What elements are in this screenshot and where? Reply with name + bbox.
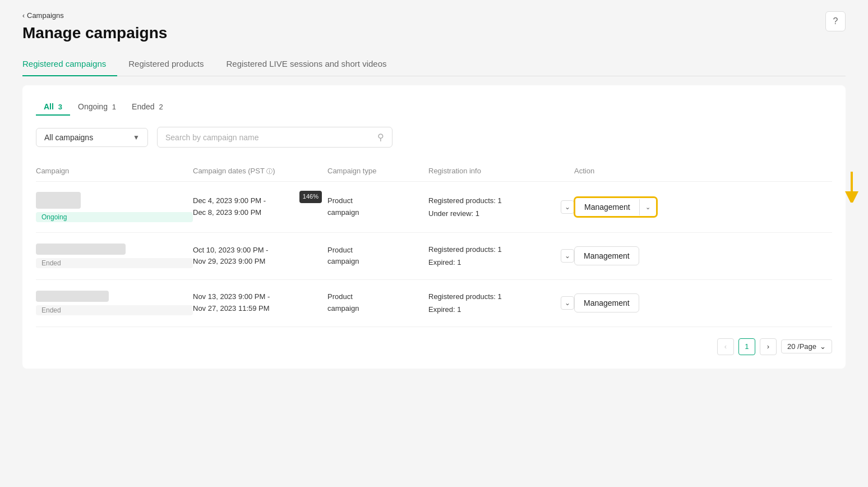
back-label: Campaigns [27, 11, 64, 20]
page-container: ? ‹ Campaigns Manage campaigns Registere… [0, 0, 868, 487]
percentage-badge-1: 146% [299, 191, 322, 203]
per-page-arrow-icon: ⌄ [820, 342, 826, 351]
col-header-campaign: Campaign [36, 167, 193, 176]
status-badge-ended-2: Ended [36, 258, 193, 268]
campaign-cell-3: Ended [36, 291, 193, 315]
search-icon: ⚲ [377, 132, 384, 143]
date-range-1: Dec 4, 2023 9:00 PM -Dec 8, 2023 9:00 PM [193, 196, 266, 217]
campaign-thumbnail-1 [36, 192, 81, 209]
tab-registered-campaigns[interactable]: Registered campaigns [22, 53, 117, 76]
campaign-cell-2: Ended [36, 244, 193, 268]
registered-products-1: Registered products: 1 [428, 194, 554, 207]
date-cell-2: Oct 10, 2023 9:00 PM -Nov 29, 2023 9:00 … [193, 245, 327, 268]
pagination: ‹ 1 › 20 /Page ⌄ [36, 338, 832, 355]
search-input[interactable] [165, 133, 373, 142]
col-header-dates: Campaign dates (PST ⓘ) [193, 167, 327, 176]
campaign-thumbnail-2 [36, 244, 126, 255]
status-badge-ongoing-1: Ongoing [36, 212, 193, 222]
reg-info-text-3: Registered products: 1 Expired: 1 [428, 290, 554, 316]
table-row: Ongoing Dec 4, 2023 9:00 PM -Dec 8, 2023… [36, 182, 832, 233]
dropdown-arrow-icon: ▼ [133, 134, 140, 141]
type-cell-3: Productcampaign [327, 291, 428, 315]
campaign-type-value: All campaigns [44, 133, 93, 142]
reg-info-text-1: Registered products: 1 Under review: 1 [428, 194, 554, 220]
campaign-thumbnail-3 [36, 291, 109, 302]
table-header: Campaign Campaign dates (PST ⓘ) Campaign… [36, 161, 832, 182]
registration-detail-3: Expired: 1 [428, 303, 554, 316]
type-cell-1: Productcampaign [327, 195, 428, 219]
management-button-1[interactable]: Management ⌄ [574, 197, 657, 217]
expand-button-1[interactable]: ⌄ [561, 200, 574, 214]
sub-tab-all-count: 3 [58, 103, 62, 111]
tab-registered-live[interactable]: Registered LIVE sessions and short video… [215, 53, 398, 76]
type-cell-2: Productcampaign [327, 245, 428, 268]
prev-page-button[interactable]: ‹ [717, 338, 734, 355]
registration-detail-1: Under review: 1 [428, 207, 554, 220]
reg-info-cell-1: Registered products: 1 Under review: 1 ⌄ [428, 194, 574, 220]
sub-tab-ongoing-count: 1 [112, 103, 116, 111]
col-header-action: Action [574, 167, 832, 176]
help-button[interactable]: ? [825, 11, 846, 31]
campaign-cell-1: Ongoing [36, 192, 193, 222]
status-badge-ended-3: Ended [36, 305, 193, 315]
management-btn-label-3: Management [575, 294, 639, 312]
back-link[interactable]: ‹ Campaigns [22, 11, 846, 20]
sub-tab-all[interactable]: All 3 [36, 99, 70, 116]
filter-row: All campaigns ▼ ⚲ [36, 127, 832, 148]
management-button-2[interactable]: Management [574, 246, 639, 265]
registered-products-2: Registered products: 1 [428, 243, 554, 256]
management-btn-label-1: Management [575, 198, 639, 216]
date-cell-3: Nov 13, 2023 9:00 PM -Nov 27, 2023 11:59… [193, 291, 327, 315]
management-button-3[interactable]: Management [574, 293, 639, 313]
action-cell-3: Management [574, 293, 832, 313]
sub-tab-ended[interactable]: Ended 2 [124, 99, 171, 116]
page-title: Manage campaigns [22, 24, 846, 42]
search-box: ⚲ [157, 127, 393, 148]
per-page-dropdown[interactable]: 20 /Page ⌄ [781, 339, 832, 353]
registration-detail-2: Expired: 1 [428, 256, 554, 269]
sub-tab-all-label: All [44, 102, 54, 111]
action-cell-2: Management [574, 246, 832, 265]
reg-info-cell-3: Registered products: 1 Expired: 1 ⌄ [428, 290, 574, 316]
help-icon: ? [833, 16, 838, 26]
registered-products-3: Registered products: 1 [428, 290, 554, 303]
main-tabs-nav: Registered campaigns Registered products… [22, 53, 846, 76]
arrow-indicator [838, 169, 866, 204]
table-row: Ended Oct 10, 2023 9:00 PM -Nov 29, 2023… [36, 233, 832, 280]
reg-info-cell-2: Registered products: 1 Expired: 1 ⌄ [428, 243, 574, 269]
content-card: All 3 Ongoing 1 Ended 2 All campaigns ▼ … [22, 85, 846, 369]
sub-tab-ongoing[interactable]: Ongoing 1 [70, 99, 124, 116]
sub-tabs: All 3 Ongoing 1 Ended 2 [36, 99, 832, 116]
next-page-button[interactable]: › [760, 338, 777, 355]
col-header-reg-info: Registration info [428, 167, 574, 176]
management-btn-arrow-1[interactable]: ⌄ [639, 199, 656, 215]
date-range-2: Oct 10, 2023 9:00 PM -Nov 29, 2023 9:00 … [193, 246, 268, 266]
sub-tab-ongoing-label: Ongoing [78, 102, 108, 111]
management-btn-label-2: Management [575, 247, 639, 265]
action-cell-1: Management ⌄ [574, 197, 832, 217]
col-header-type: Campaign type [327, 167, 428, 176]
tab-registered-products[interactable]: Registered products [117, 53, 215, 76]
sub-tab-ended-count: 2 [159, 103, 163, 111]
back-chevron-icon: ‹ [22, 12, 25, 20]
date-cell-1: Dec 4, 2023 9:00 PM -Dec 8, 2023 9:00 PM… [193, 195, 327, 219]
page-1-button[interactable]: 1 [738, 338, 755, 355]
expand-button-3[interactable]: ⌄ [561, 296, 574, 310]
table-row: Ended Nov 13, 2023 9:00 PM -Nov 27, 2023… [36, 280, 832, 327]
reg-info-text-2: Registered products: 1 Expired: 1 [428, 243, 554, 269]
campaign-type-dropdown[interactable]: All campaigns ▼ [36, 128, 148, 147]
date-range-3: Nov 13, 2023 9:00 PM -Nov 27, 2023 11:59… [193, 292, 270, 313]
expand-button-2[interactable]: ⌄ [561, 249, 574, 263]
per-page-value: 20 /Page [787, 342, 816, 351]
sub-tab-ended-label: Ended [132, 102, 154, 111]
